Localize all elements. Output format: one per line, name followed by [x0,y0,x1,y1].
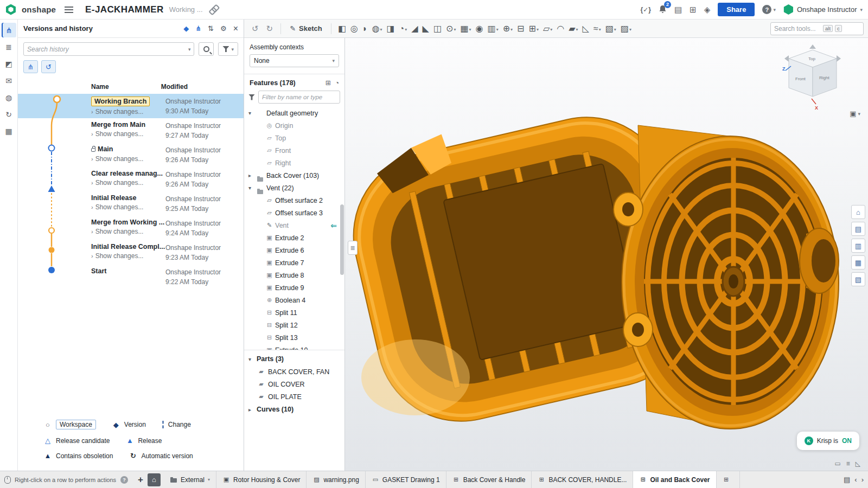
undo-icon[interactable]: ↺ [248,24,262,34]
history-search-box[interactable]: ▾ [23,42,194,56]
measure-panel-icon[interactable]: ◺ [856,460,860,467]
version-name[interactable]: Initial Release [91,194,136,202]
featurescript-icon[interactable]: {✓} [641,6,651,14]
circular-pattern-icon[interactable]: ◉ ▾ [474,23,486,34]
tree-chevron-icon[interactable] [248,407,255,413]
chevron-down-icon[interactable]: ▾ [496,27,499,34]
draft-icon[interactable]: ◣ ▾ [420,23,431,34]
fillet-icon[interactable]: ◔ ▾ [397,24,410,34]
panel-collapse-handle[interactable]: ≣ [348,241,358,255]
parts-list-icon[interactable]: ◍ [2,90,16,105]
version-name[interactable]: Start [91,267,106,275]
filter-icon[interactable] [248,94,255,100]
cube-face-right[interactable]: Right [819,75,829,80]
history-row[interactable]: Initial Release Compl... › Show changes.… [18,240,244,265]
loft-icon[interactable]: ◍ ▾ [369,23,384,34]
chevron-down-icon[interactable]: ▾ [380,27,382,34]
versions-history-icon[interactable]: ⋔ [2,23,16,37]
document-tab[interactable]: ▾ [717,471,740,488]
version-name[interactable]: Clear release manag... [91,170,163,177]
feature-tree-item[interactable]: Boolean 4 [244,294,344,306]
tool-search-box[interactable]: alt c [770,22,864,35]
frame-icon[interactable]: ▨ ▾ [618,23,634,34]
show-changes-link[interactable]: › Show changes... [91,130,165,138]
feature-tree-item[interactable]: Extrude 2 [244,232,344,244]
feature-tree-item[interactable]: Extrude 9 [244,281,344,294]
document-tab[interactable]: BACK COVER, HANDLE... ▾ [532,471,633,488]
version-name[interactable]: Merge from Working ... [91,219,164,226]
document-tab[interactable]: Oil and Back Cover ▾ [633,471,716,488]
split-icon[interactable]: ⊟ ▾ [515,23,526,34]
feature-tree-item[interactable]: Back Cover (103) [244,169,344,182]
feature-tree-item[interactable]: Top [244,132,344,144]
sketch-button[interactable]: ✎ Sketch [285,23,327,34]
document-tab[interactable]: GASKET Drawing 1 ▾ [366,471,446,488]
document-tab[interactable]: warning.png ▾ [307,471,365,488]
cube-face-top[interactable]: Top [808,56,815,61]
insert-feature-icon[interactable]: ⊞ [326,79,331,87]
feature-filter-box[interactable] [258,91,340,104]
scroll-tabs-left-button[interactable]: ‹ [854,476,857,484]
feature-tree-item[interactable]: Extrude 7 [244,256,344,269]
chevron-down-icon[interactable]: ▾ [629,27,631,34]
feature-filter-input[interactable] [262,94,336,100]
history-row[interactable]: Start › Onshape Instructor 9:22 [18,265,244,289]
chevron-down-icon[interactable]: ▾ [614,27,616,34]
close-panel-icon[interactable]: × [233,24,238,34]
feature-tree-item[interactable]: Split 12 [244,319,344,331]
document-tab[interactable]: Back Cover & Handle ▾ [446,471,532,488]
search-button[interactable] [199,42,214,56]
bom-table-icon[interactable]: ▦ [2,124,16,138]
part-item[interactable]: BACK COVER, FAN [244,365,344,378]
document-home-button[interactable]: ⌂ [148,473,161,486]
changes-view-toggle[interactable]: ↺ [41,60,56,73]
add-tab-button[interactable]: + [133,474,148,485]
history-search-input[interactable] [27,46,188,53]
curve-icon[interactable]: ≈ ▾ [591,24,603,34]
feature-tree-item[interactable]: Extrude 8 [244,269,344,281]
assembly-context-select[interactable]: None ▾ [250,54,339,67]
render-quality-icon[interactable]: ▭ [834,460,840,467]
tree-chevron-icon[interactable] [248,110,255,116]
user-menu[interactable]: Onshape Instructor ▾ [783,4,863,15]
help-icon[interactable]: ? [762,5,771,14]
sweep-icon[interactable]: ◗ ▾ [360,24,370,34]
history-filter-button[interactable]: ▾ [218,42,238,56]
document-title[interactable]: E-JACKHAMMER [85,4,164,15]
version-name[interactable]: Initial Release Compl... [91,243,165,251]
show-changes-link[interactable]: › Show changes... [91,155,165,163]
share-link-icon[interactable] [207,4,218,15]
scroll-tabs-right-button[interactable]: › [861,476,864,484]
plane-icon[interactable]: ▰ ▾ [566,23,580,34]
transform-icon[interactable]: ⊞ ▾ [527,23,541,34]
boolean-icon[interactable]: ⊕ ▾ [501,23,515,34]
manage-versions-icon[interactable]: ⚙ [220,24,227,33]
version-name[interactable]: Merge from Main [91,121,145,129]
rollback-bar-arrow-icon[interactable] [330,221,337,230]
sheet-metal-icon[interactable]: ▧ ▾ [603,23,618,34]
fill-surface-icon[interactable]: ◠ ▾ [554,23,566,34]
chamfer-icon[interactable]: ◢ ▾ [409,23,420,34]
hint-help-icon[interactable]: ? [120,476,128,484]
appearance-icon[interactable]: ◩ [2,56,16,71]
comments-icon[interactable]: ✉ [2,73,16,88]
cube-face-front[interactable]: Front [795,76,806,81]
tool-search-input[interactable] [774,25,821,33]
offset-surface-icon[interactable]: ▱ ▾ [541,23,554,34]
create-branch-icon[interactable]: ⋔ [195,24,201,33]
chevron-down-icon[interactable]: ▾ [599,27,601,34]
history-row[interactable]: Clear release manag... › Show changes...… [18,167,244,191]
view-options-button[interactable]: ▣ ▾ [850,110,860,118]
chevron-down-icon[interactable]: ▾ [576,27,578,34]
chevron-down-icon[interactable]: ▾ [469,27,471,34]
feature-tree-item[interactable]: Split 11 [244,306,344,319]
chevron-down-icon[interactable]: ▾ [454,27,456,34]
show-changes-link[interactable]: › Show changes... [91,228,165,235]
hole-icon[interactable]: ⊙ ▾ [444,23,458,34]
graphics-viewport[interactable]: Top Front Right Z X ▣ ▾ [345,38,868,471]
feature-tree-item[interactable]: Vent (22) [244,182,344,194]
spreadsheet-icon[interactable]: ▤ [674,5,682,15]
parts-header[interactable]: Parts (3) [244,352,344,365]
hide-others-button[interactable]: ▥ [851,239,865,253]
compare-icon[interactable]: ⇅ [208,24,214,33]
